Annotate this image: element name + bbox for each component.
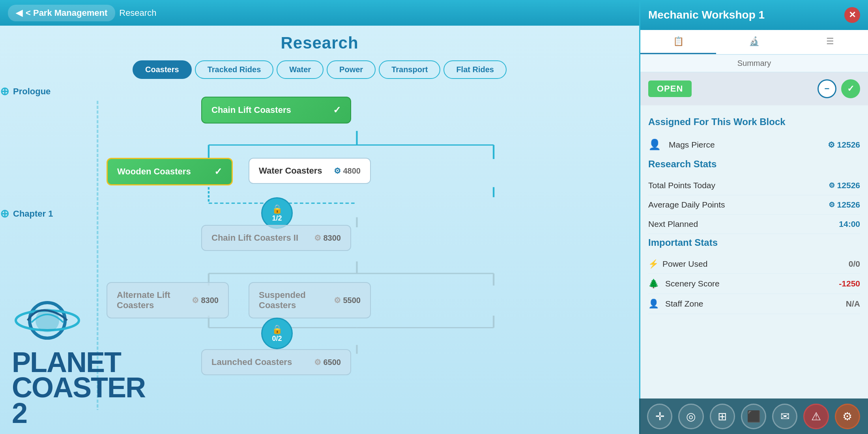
total-points-value: ⚙ 12526 — [829, 181, 860, 190]
toolbar-map-button[interactable]: ◎ — [678, 404, 703, 429]
tab-list[interactable]: ☰ — [792, 30, 868, 54]
toolbar-settings-button[interactable]: ⚙ — [835, 404, 860, 429]
gate-node-2: 🔒 0/2 — [261, 318, 293, 349]
next-planned-value: 14:00 — [839, 219, 860, 229]
chapter-1: ⊕ Chapter 1 — [0, 207, 53, 220]
close-button[interactable]: ✕ — [844, 7, 860, 23]
avg-daily-row: Average Daily Points ⚙ 12526 — [648, 195, 860, 215]
node-launched-label: Launched Coasters — [211, 357, 292, 367]
wooden-check-icon: ✓ — [214, 166, 222, 177]
staff-zone-label: 👤 Staff Zone — [648, 299, 703, 309]
workshop-content: Assigned For This Work Block 👤 Mags Pier… — [640, 105, 868, 434]
logo-line1: PLANET — [12, 350, 150, 375]
toolbar-screenshot-button[interactable]: ⬛ — [741, 404, 766, 429]
tree-icon: 🌲 — [648, 279, 659, 289]
tab-transport[interactable]: Transport — [379, 60, 440, 79]
tab-power[interactable]: Power — [327, 60, 376, 79]
bottom-toolbar: ✛ ◎ ⊞ ⬛ ✉ ⚠ ⚙ — [639, 398, 868, 434]
toolbar-move-button[interactable]: ✛ — [647, 404, 672, 429]
gate1-label: 1/2 — [272, 214, 282, 223]
scenery-score-value: -1250 — [839, 279, 860, 288]
tab-summary[interactable]: 📋 — [640, 30, 716, 54]
breadcrumb: Research — [119, 8, 156, 18]
workshop-title: Mechanic Workshop 1 — [648, 9, 765, 21]
summary-header: Summary — [640, 55, 868, 72]
total-points-row: Total Points Today ⚙ 12526 — [648, 176, 860, 195]
node-suspended-label: Suspended Coasters — [259, 290, 334, 311]
node-alt-cost: ⚙ 8300 — [192, 296, 219, 305]
toolbar-exit-button[interactable]: ⊞ — [710, 404, 735, 429]
chapter1-icon: ⊕ — [0, 207, 9, 220]
person-points-value: 12526 — [837, 140, 860, 150]
node-suspended-coasters[interactable]: Suspended Coasters ⚙ 5500 — [249, 282, 371, 318]
summary-label: Summary — [737, 59, 771, 67]
status-bar: OPEN − ✓ — [640, 72, 868, 105]
gate-node-1: 🔒 1/2 — [261, 197, 293, 229]
toolbar-envelope-button[interactable]: ✉ — [772, 404, 797, 429]
next-planned-label: Next Planned — [648, 219, 698, 229]
staff-icon: 👤 — [648, 299, 659, 309]
envelope-icon: ✉ — [780, 410, 789, 423]
category-tabs: Coasters Tracked Rides Water Power Trans… — [0, 56, 639, 85]
close-icon: ✕ — [849, 10, 856, 20]
logo-line2: COASTER 2 — [12, 375, 150, 426]
node-launched-coasters[interactable]: Launched Coasters ⚙ 6500 — [201, 349, 351, 375]
node-water-cost: ⚙ 4800 — [334, 166, 361, 176]
status-minus-button[interactable]: − — [817, 79, 836, 98]
suspended-cost-icon: ⚙ — [334, 296, 341, 305]
workshop-tabs: 📋 🔬 ☰ — [640, 30, 868, 55]
staff-zone-value: N/A — [846, 299, 860, 309]
toolbar-alert-button[interactable]: ⚠ — [803, 404, 829, 429]
gate2-lock-icon: 🔒 — [272, 324, 282, 335]
important-stats-title: Important Stats — [648, 237, 860, 248]
node-wooden-label: Wooden Coasters — [117, 166, 191, 177]
exit-icon: ⊞ — [718, 410, 727, 423]
node-chain-lift-label: Chain Lift Coasters — [211, 105, 291, 115]
alert-icon: ⚠ — [811, 410, 821, 423]
power-used-row: ⚡ Power Used 0/0 — [648, 254, 860, 274]
points-icon: ⚙ — [828, 140, 835, 150]
staff-zone-row: 👤 Staff Zone N/A — [648, 294, 860, 314]
back-button[interactable]: ◀ < Park Management — [8, 5, 115, 21]
nav-bar: ◀ < Park Management Research — [0, 0, 639, 26]
next-planned-row: Next Planned 14:00 — [648, 215, 860, 234]
tab-flat-rides[interactable]: Flat Rides — [443, 60, 507, 79]
chain2-cost-icon: ⚙ — [314, 233, 321, 243]
prologue-icon: ⊕ — [0, 85, 9, 98]
tree-lines — [95, 89, 608, 430]
assigned-row: 👤 Mags Pierce ⚙ 12526 — [648, 134, 860, 155]
check-icon: ✓ — [847, 84, 854, 94]
avg-daily-label: Average Daily Points — [648, 200, 725, 210]
node-chain2-cost: ⚙ 8300 — [314, 233, 341, 243]
node-water-label: Water Coasters — [259, 166, 322, 176]
node-chain-lift-2[interactable]: Chain Lift Coasters II ⚙ 8300 — [201, 225, 351, 251]
prologue-label: Prologue — [13, 86, 51, 97]
node-launched-cost: ⚙ 6500 — [314, 357, 341, 367]
node-suspended-cost: ⚙ 5500 — [334, 296, 361, 305]
total-points-icon: ⚙ — [829, 181, 835, 190]
logo-text: PLANET COASTER 2 — [12, 350, 150, 426]
avg-daily-value: ⚙ 12526 — [829, 200, 860, 210]
tab-research[interactable]: 🔬 — [716, 30, 792, 54]
research-tab-icon: 🔬 — [749, 36, 760, 47]
node-water-coasters[interactable]: Water Coasters ⚙ 4800 — [249, 158, 371, 184]
chapter-prologue: ⊕ Prologue — [0, 85, 51, 98]
tab-water[interactable]: Water — [277, 60, 324, 79]
gear-icon: ⚙ — [842, 410, 852, 423]
person-name: Mags Pierce — [669, 140, 715, 150]
node-chain2-label: Chain Lift Coasters II — [211, 233, 298, 243]
tree-area: ⊕ Prologue ⊕ Chapter 1 — [0, 85, 639, 434]
chapter1-label: Chapter 1 — [13, 209, 53, 219]
node-chain-lift-coasters[interactable]: Chain Lift Coasters ✓ — [201, 97, 351, 123]
list-tab-icon: ☰ — [826, 36, 834, 47]
status-check-button[interactable]: ✓ — [841, 79, 860, 98]
person-points: ⚙ 12526 — [828, 140, 860, 150]
assigned-section-title: Assigned For This Work Block — [648, 116, 860, 127]
scenery-score-label: 🌲 Scenery Score — [648, 279, 720, 289]
workshop-panel: Mechanic Workshop 1 ✕ 📋 🔬 ☰ Summary OPEN — [639, 0, 868, 434]
tab-tracked-rides[interactable]: Tracked Rides — [195, 60, 274, 79]
water-cost-icon: ⚙ — [334, 166, 341, 176]
tab-coasters[interactable]: Coasters — [133, 60, 192, 79]
node-wooden-coasters[interactable]: Wooden Coasters ✓ — [107, 158, 233, 185]
back-arrow-icon: ◀ — [16, 8, 22, 18]
